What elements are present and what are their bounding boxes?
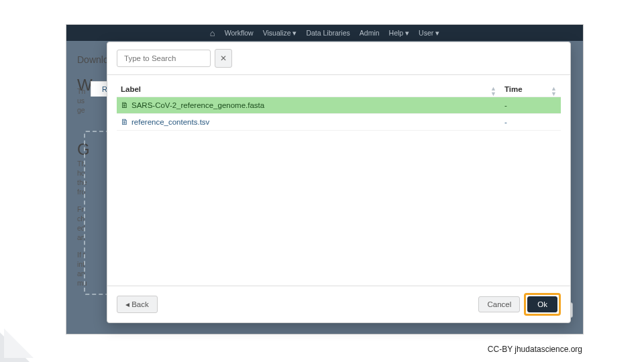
navbar: Workflow Visualize ▾ Data Libraries Admi…	[66, 25, 583, 41]
file-time: -	[500, 114, 561, 131]
nav-item[interactable]: Visualize ▾	[263, 29, 297, 37]
nav-item[interactable]: User ▾	[419, 29, 439, 37]
file-icon	[121, 118, 131, 126]
file-table: Label▲▼ Time▲▼ SARS-CoV-2_reference_geno…	[117, 82, 561, 131]
file-name: reference_contents.tsv	[131, 118, 209, 126]
table-row[interactable]: reference_contents.tsv -	[117, 114, 561, 131]
bg-text: Fr	[77, 204, 84, 215]
attribution: CC-BY jhudatascience.org	[488, 345, 582, 354]
back-button[interactable]: Back	[117, 296, 158, 313]
column-header-time[interactable]: Time▲▼	[500, 82, 561, 97]
nav-item[interactable]: Help ▾	[389, 29, 410, 37]
bg-text: us	[77, 96, 85, 106]
nav-item[interactable]: Admin	[360, 29, 380, 37]
table-row[interactable]: SARS-CoV-2_reference_genome.fasta -	[117, 97, 561, 114]
home-icon[interactable]	[210, 28, 215, 38]
modal-body: Label▲▼ Time▲▼ SARS-CoV-2_reference_geno…	[107, 75, 570, 286]
column-header-label[interactable]: Label▲▼	[117, 82, 500, 97]
search-input[interactable]	[117, 50, 211, 67]
file-picker-modal: ✕ Label▲▼ Time▲▼ SARS-CoV-2_reference_ge…	[107, 42, 571, 323]
modal-header: ✕	[107, 42, 570, 75]
page-fold-icon	[0, 333, 30, 362]
app-frame: Workflow Visualize ▾ Data Libraries Admi…	[66, 24, 584, 335]
bg-text: Th	[77, 86, 85, 97]
file-icon	[121, 101, 131, 109]
modal-footer: Back Cancel Ok	[107, 286, 570, 322]
clear-search-button[interactable]: ✕	[215, 49, 232, 68]
cancel-button[interactable]: Cancel	[478, 296, 520, 312]
bg-text: ge	[77, 105, 85, 115]
ok-highlight: Ok	[524, 293, 561, 316]
ok-button[interactable]: Ok	[527, 296, 557, 312]
file-name: SARS-CoV-2_reference_genome.fasta	[131, 101, 264, 109]
nav-item[interactable]: Data Libraries	[306, 29, 350, 37]
sort-icon: ▲▼	[490, 86, 496, 97]
nav-item[interactable]: Workflow	[225, 29, 254, 37]
sort-icon: ▲▼	[551, 86, 557, 97]
file-time: -	[500, 97, 561, 114]
